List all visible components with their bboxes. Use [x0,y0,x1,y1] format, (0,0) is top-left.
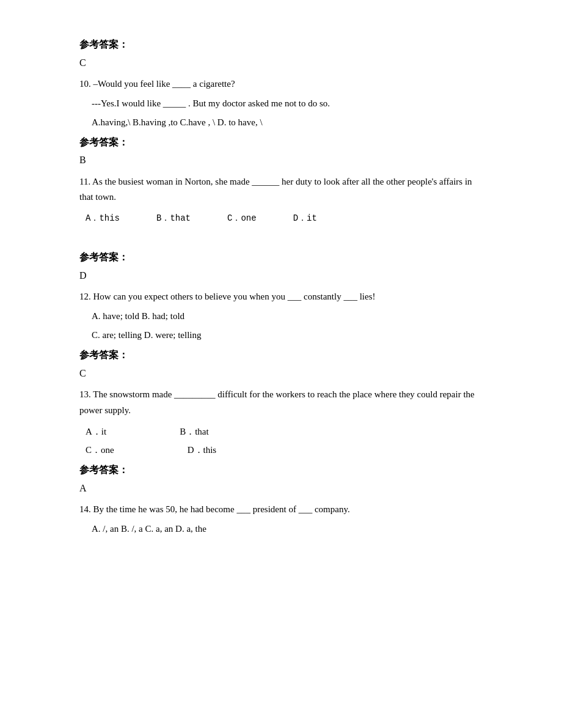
question-13-options-row2: C．one D．this [86,443,483,457]
question-11-options: A．this B．that C．one D．it [86,211,483,225]
option-13-a: A．it [86,424,106,439]
answer-value-10: B [79,152,483,168]
question-10-line1: 10. –Would you feel like ____ a cigarett… [79,76,483,92]
answer-label-10: 参考答案： [79,134,483,150]
question-12-line2: A. have; told B. had; told [92,309,483,325]
option-11-a: A．this [86,211,120,225]
answer-section-11: 参考答案： D [79,249,483,283]
answer-label-9: 参考答案： [79,37,483,53]
answer-section-9: 参考答案： C [79,37,483,70]
question-13-options-row1: A．it B．that [86,424,483,439]
answer-value-12: C [79,366,483,381]
question-12-line3: C. are; telling D. were; telling [92,328,483,344]
question-11-text: 11. As the busiest woman in Norton, she … [79,174,483,205]
question-14-text: 14. By the time he was 50, he had become… [79,502,483,518]
option-13-d: D．this [188,443,217,457]
answer-value-9: C [79,55,483,71]
question-14-section: 14. By the time he was 50, he had become… [79,502,483,537]
option-11-b: B．that [156,211,191,225]
option-13-c: C．one [86,443,114,457]
answer-label-11: 参考答案： [79,249,483,265]
question-13-section: 13. The snowstorm made _________ difficu… [79,387,483,496]
option-11-d: D．it [293,211,317,225]
question-14-options: A. /, an B. /, a C. a, an D. a, the [92,521,483,537]
answer-value-13: A [79,480,483,496]
option-13-b: B．that [180,424,209,439]
question-13-text: 13. The snowstorm made _________ difficu… [79,387,483,418]
question-12-section: 12. How can you expect others to believe… [79,289,483,381]
question-10-line3: A.having,\ B.having ,to C.have , \ D. to… [92,115,483,131]
answer-label-12: 参考答案： [79,347,483,363]
question-10-line2: ---Yes.I would like _____ . But my docto… [92,96,483,112]
question-12-line1: 12. How can you expect others to believe… [79,289,483,305]
answer-label-13: 参考答案： [79,462,483,478]
question-10-section: 10. –Would you feel like ____ a cigarett… [79,76,483,168]
question-11-section: 11. As the busiest woman in Norton, she … [79,174,483,225]
option-11-c: C．one [227,211,257,225]
answer-value-11: D [79,268,483,284]
